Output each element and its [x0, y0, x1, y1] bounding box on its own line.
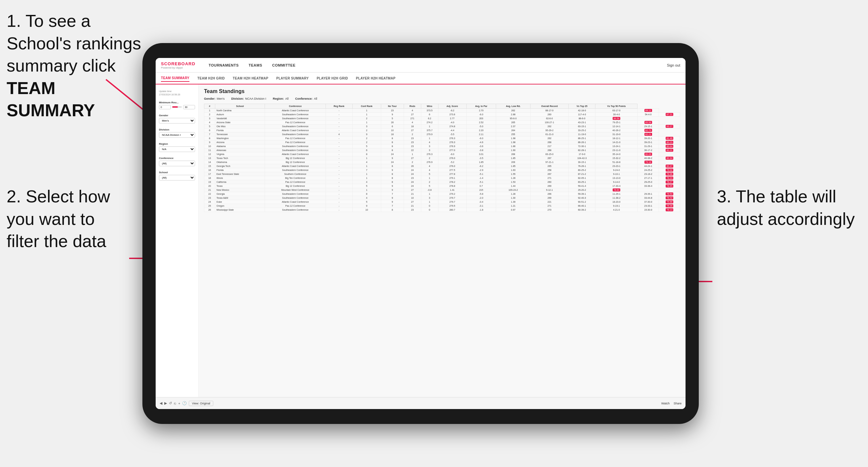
table-row: 14OklahomaBig 12 Conference-4242276.9-5.… [204, 160, 680, 164]
table-title: Team Standings [204, 88, 680, 94]
app-logo: SCOREBOARD Powered by clippd [161, 61, 195, 69]
table-row: 15Georgia TechAtlantic Coast Conference-… [204, 164, 680, 168]
bottom-actions: Watch Share [661, 402, 682, 405]
table-row: 4Arizona StatePac-12 Conference-1264274.… [204, 121, 680, 125]
nav-committee[interactable]: COMMITTEE [272, 62, 296, 68]
col-adj-score: Adj. Score [438, 104, 466, 108]
instruction-step-2: 2. Select how you want to filter the dat… [7, 185, 110, 253]
refresh-btn[interactable]: ↺ [169, 401, 172, 405]
table-row: 5Ole MissSoutheastern Conference-3618127… [204, 125, 680, 128]
view-original-btn[interactable]: View: Original [189, 401, 213, 406]
table-header-row: # School Conference Reg Rank Conf Rank N… [204, 104, 680, 108]
instruction-step-3: 3. The table will adjust accordingly [717, 185, 855, 230]
gender-label: Gender [159, 114, 195, 117]
table-row: 9ArizonaPac-12 Conference-28234276.3-4.6… [204, 141, 680, 145]
col-reg-rank: Reg Rank [326, 104, 352, 108]
logo-subtitle: Powered by clippd [161, 66, 195, 69]
logo-title: SCOREBOARD [161, 61, 195, 66]
col-vs-top-50: Vs Top 50 Points [595, 104, 638, 108]
table-row: 23Texas A&MSoutheastern Conference-49103… [204, 196, 680, 200]
share-icon[interactable]: ⎋ [174, 401, 176, 405]
subnav-team-h2h-grid[interactable]: TEAM H2H GRID [197, 75, 225, 82]
table-row: 12VirginiaAtlantic Coast Conference-8241… [204, 152, 680, 156]
table-row: 13Texas TechBig 12 Conference-19272276.0… [204, 156, 680, 160]
col-no-tour: No Tour [381, 104, 404, 108]
sidebar: Update time: 27/03/2024 16:56:26 Minimum… [156, 85, 199, 397]
col-avg-low-rd: Avg. Low Rd. [496, 104, 530, 108]
col-rank: # [204, 104, 215, 108]
minimum-rounds-filter: Minimum Rou... [159, 101, 195, 109]
table-row: 19CaliforniaPac-12 Conference-48242278.2… [204, 180, 680, 184]
update-time: Update time: 27/03/2024 16:56:26 [159, 90, 195, 96]
table-filters: Gender: Men's Division: NCAA Division I … [204, 97, 680, 100]
table-row: 1North CarolinaAtlantic Coast Conference… [204, 108, 680, 113]
table-row: 18IllinoisBig Ten Conference-18231279.1-… [204, 176, 680, 180]
conference-label: Conference [159, 157, 195, 160]
division-filter: Division NCAA Division I [159, 128, 195, 138]
watch-btn[interactable]: Watch [661, 402, 670, 405]
subnav-team-h2h-heatmap[interactable]: TEAM H2H HEATMAP [233, 75, 268, 82]
sub-nav: TEAM SUMMARY TEAM H2H GRID TEAM H2H HEAT… [156, 72, 685, 85]
nav-teams[interactable]: TEAMS [249, 62, 262, 68]
table-row: 2AuburnSoutheastern Conference-19276273.… [204, 113, 680, 117]
table-row: 6FloridaAtlantic Coast Conference-210273… [204, 128, 680, 132]
slider-track[interactable] [172, 106, 182, 107]
nav-next-btn[interactable]: ▶ [164, 401, 167, 405]
school-select[interactable]: (All) [159, 175, 195, 181]
tablet-screen: SCOREBOARD Powered by clippd TOURNAMENTS… [156, 58, 685, 409]
table-row: 3VanderbiltSoutheastern Conference-25271… [204, 117, 680, 121]
main-content: Update time: 27/03/2024 16:56:26 Minimum… [156, 85, 685, 397]
school-label: School [159, 171, 195, 174]
division-select[interactable]: NCAA Division I [159, 132, 195, 138]
clock-icon[interactable]: 🕐 [182, 401, 187, 405]
school-filter: School (All) [159, 171, 195, 181]
col-avg-to-par: Avg. to Par [466, 104, 496, 108]
col-vs-top-25: Vs Top 25 [569, 104, 595, 108]
nav-items: TOURNAMENTS TEAMS COMMITTEE [209, 62, 657, 68]
share-btn[interactable]: Share [674, 402, 682, 405]
min-rounds-max-input[interactable] [183, 105, 195, 109]
subnav-player-h2h-grid[interactable]: PLAYER H2H GRID [317, 75, 348, 82]
col-wins: Wins [421, 104, 438, 108]
table-row: 16FloridaSoutheastern Conference-7924427… [204, 168, 680, 172]
table-row: 24DukeAtlantic Coast Conference-59271279… [204, 200, 680, 204]
table-row: 10AlabamaSoutheastern Conference-5823327… [204, 145, 680, 148]
region-select[interactable]: N/A [159, 146, 195, 152]
table-row: 7TennesseeSoutheastern Conference4918227… [204, 132, 680, 136]
minimum-rounds-label: Minimum Rou... [159, 101, 195, 104]
subnav-team-summary[interactable]: TEAM SUMMARY [161, 75, 189, 82]
bottom-controls: ◀ ▶ ↺ ⎋ + 🕐 View: Original [160, 401, 659, 406]
col-conference: Conference [265, 104, 326, 108]
table-row: 26Mississippi StateSoutheastern Conferen… [204, 208, 680, 212]
col-rnds: Rnds [404, 104, 421, 108]
col-conf-rank: Conf Rank [352, 104, 381, 108]
subnav-player-summary[interactable]: PLAYER SUMMARY [276, 75, 309, 82]
subnav-player-h2h-heatmap[interactable]: PLAYER H2H HEATMAP [356, 75, 396, 82]
table-row: 20TexasBig 12 Conference-59245278.80.71.… [204, 184, 680, 188]
nav-bar: SCOREBOARD Powered by clippd TOURNAMENTS… [156, 58, 685, 72]
bottom-bar: ◀ ▶ ↺ ⎋ + 🕐 View: Original Watch Share [156, 397, 685, 409]
table-row: 8WashingtonPac-12 Conference-28231276.3-… [204, 136, 680, 141]
table-row: 21New MexicoMountain West Conference-192… [204, 188, 680, 192]
nav-prev-btn[interactable]: ◀ [160, 401, 162, 405]
gender-select[interactable]: Men's [159, 118, 195, 124]
slider-fill [172, 106, 178, 107]
nav-tournaments[interactable]: TOURNAMENTS [209, 62, 239, 68]
min-rounds-min-input[interactable] [159, 105, 171, 109]
table-row: 25OregonPac-12 Conference-97210279.5-3.1… [204, 204, 680, 208]
col-school: School [215, 104, 265, 108]
add-bookmark-btn[interactable]: + [178, 401, 180, 405]
gender-filter: Gender Men's [159, 114, 195, 124]
conference-filter: Conference (All) [159, 157, 195, 166]
col-overall-record: Overall Record [530, 104, 569, 108]
table-area: Team Standings Gender: Men's Division: N… [199, 85, 685, 397]
region-label: Region [159, 143, 195, 146]
standings-table: # School Conference Reg Rank Conf Rank N… [204, 104, 680, 212]
region-filter: Region N/A [159, 143, 195, 152]
table-row: 17East Tennessee StateSouthern Conferenc… [204, 172, 680, 176]
division-label: Division [159, 128, 195, 131]
sign-out-button[interactable]: Sign out [667, 63, 680, 67]
conference-select[interactable]: (All) [159, 161, 195, 166]
tablet-device: SCOREBOARD Powered by clippd TOURNAMENTS… [143, 43, 699, 424]
table-row: 22GeorgiaSoutheastern Conference-8721127… [204, 192, 680, 196]
